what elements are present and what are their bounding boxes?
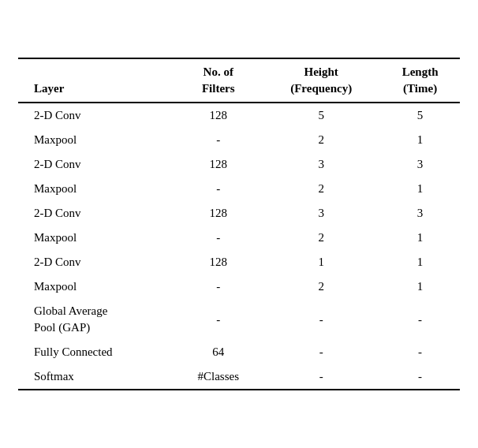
cell-length: -: [380, 340, 460, 364]
cell-height: 3: [262, 152, 380, 177]
cell-height: -: [262, 340, 380, 364]
table-row: Maxpool-21: [18, 128, 460, 152]
cell-filters: -: [174, 299, 262, 340]
cell-filters: 128: [174, 250, 262, 274]
table-row: 2-D Conv12833: [18, 201, 460, 226]
cell-filters: -: [174, 226, 262, 250]
cell-filters: #Classes: [174, 364, 262, 390]
cell-length: 1: [380, 226, 460, 250]
cell-height: 2: [262, 177, 380, 201]
cell-filters: 64: [174, 340, 262, 364]
cell-layer: Fully Connected: [18, 340, 174, 364]
cell-layer: Softmax: [18, 364, 174, 390]
cell-layer: Maxpool: [18, 177, 174, 201]
cell-layer: 2-D Conv: [18, 250, 174, 274]
cell-height: 1: [262, 250, 380, 274]
col-header-filters: No. ofFilters: [174, 58, 262, 103]
cell-length: 1: [380, 177, 460, 201]
cell-length: -: [380, 364, 460, 390]
cell-height: -: [262, 299, 380, 340]
cell-filters: 128: [174, 201, 262, 226]
cell-length: -: [380, 299, 460, 340]
cell-height: 2: [262, 128, 380, 152]
col-header-height: Height(Frequency): [262, 58, 380, 103]
cell-length: 1: [380, 274, 460, 299]
table-row: Softmax#Classes--: [18, 364, 460, 390]
cell-layer: 2-D Conv: [18, 152, 174, 177]
cell-layer: 2-D Conv: [18, 201, 174, 226]
cell-layer: 2-D Conv: [18, 103, 174, 128]
col-header-length: Length(Time): [380, 58, 460, 103]
cell-length: 5: [380, 103, 460, 128]
cell-height: 2: [262, 274, 380, 299]
architecture-table: Layer No. ofFilters Height(Frequency) Le…: [18, 58, 460, 390]
cell-height: -: [262, 364, 380, 390]
col-header-layer: Layer: [18, 58, 174, 103]
cell-layer: Maxpool: [18, 226, 174, 250]
cell-layer: Global AveragePool (GAP): [18, 299, 174, 340]
cell-length: 1: [380, 128, 460, 152]
cell-length: 1: [380, 250, 460, 274]
cell-filters: -: [174, 274, 262, 299]
table-row: Fully Connected64--: [18, 340, 460, 364]
cell-filters: -: [174, 128, 262, 152]
cell-length: 3: [380, 201, 460, 226]
cell-height: 3: [262, 201, 380, 226]
table-row: Maxpool-21: [18, 177, 460, 201]
cell-height: 5: [262, 103, 380, 128]
cell-filters: -: [174, 177, 262, 201]
table-row: 2-D Conv12833: [18, 152, 460, 177]
header-row-top: Layer No. ofFilters Height(Frequency) Le…: [18, 58, 460, 103]
table-row: 2-D Conv12855: [18, 103, 460, 128]
table-row: Maxpool-21: [18, 274, 460, 299]
table-container: Layer No. ofFilters Height(Frequency) Le…: [18, 58, 460, 390]
cell-layer: Maxpool: [18, 128, 174, 152]
cell-filters: 128: [174, 152, 262, 177]
table-row: 2-D Conv12811: [18, 250, 460, 274]
cell-filters: 128: [174, 103, 262, 128]
table-row: Global AveragePool (GAP)---: [18, 299, 460, 340]
cell-height: 2: [262, 226, 380, 250]
table-row: Maxpool-21: [18, 226, 460, 250]
cell-layer: Maxpool: [18, 274, 174, 299]
cell-length: 3: [380, 152, 460, 177]
